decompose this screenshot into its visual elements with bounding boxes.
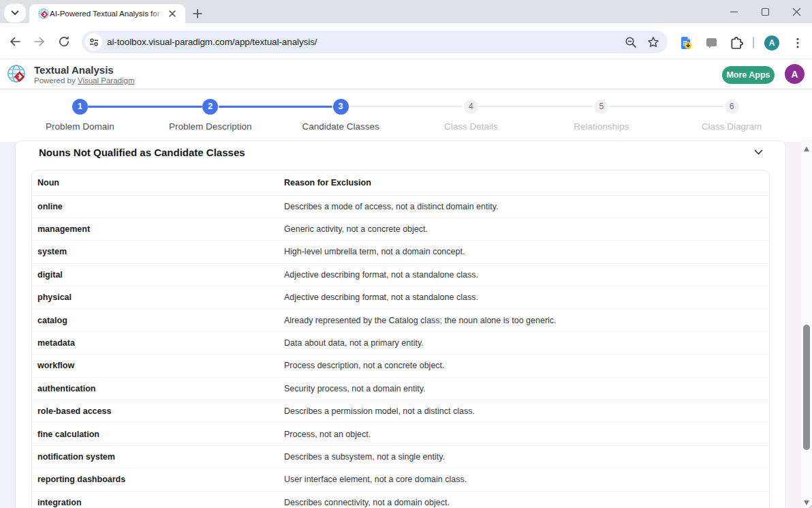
forward-button[interactable] [33,35,46,48]
table-row: digitalAdjective describing format, not … [32,263,769,286]
comment-extension-button[interactable] [704,35,719,50]
site-info-button[interactable] [85,33,102,50]
step-label-1: Problem Domain [5,121,155,132]
reload-button[interactable] [57,35,71,48]
reason-cell: Adjective describing format, not a stand… [279,286,769,309]
app-header: Textual Analysis Powered by Visual Parad… [0,60,812,89]
section-title: Nouns Not Qualified as Candidate Classes [39,147,245,158]
toolbar-divider [753,37,754,48]
reason-cell: Data about data, not a primary entity. [279,331,769,354]
url-text[interactable]: ai-toolbox.visual-paradigm.com/app/textu… [107,37,317,48]
collapse-chevron-icon[interactable] [754,149,763,155]
reason-cell: User interface element, not a core domai… [279,468,769,491]
step-connector [349,106,463,107]
column-header-noun: Noun [32,170,279,195]
more-apps-button[interactable]: More Apps [722,66,775,84]
tab-strip: AI-Powered Textual Analysis for [0,0,812,23]
table-row: authenticationSecurity process, not a do… [32,377,769,400]
minimize-icon [730,8,738,16]
noun-cell: system [32,241,279,263]
noun-cell: authentication [32,377,279,400]
tab-search-button[interactable] [4,3,26,23]
visual-paradigm-favicon-icon [38,8,49,19]
table-row: managementGeneric activity, not a concre… [32,218,769,240]
address-bar[interactable]: ai-toolbox.visual-paradigm.com/app/textu… [82,31,668,53]
reason-cell: Process description, not a concrete obje… [279,355,769,377]
chrome-profile-avatar[interactable]: A [764,35,779,50]
stepper: 1Problem Domain2Problem Description3Cand… [0,89,812,137]
user-avatar[interactable]: A [785,64,805,84]
step-circle-2[interactable]: 2 [202,99,218,115]
nouns-table: Noun Reason for Exclusion onlineDescribe… [32,170,769,508]
content-scrollbar[interactable] [801,137,812,508]
reading-extension-button[interactable] [678,35,693,50]
step-label-4: Class Details [396,121,546,132]
table-row: physicalAdjective describing format, not… [32,286,769,309]
reason-cell: Process, not an object. [279,423,769,445]
browser-toolbar: ai-toolbox.visual-paradigm.com/app/textu… [0,23,812,59]
noun-cell: digital [32,263,279,286]
reason-cell: Describes a permission model, not a dist… [279,400,769,423]
table-row: role-based accessDescribes a permission … [32,400,769,423]
reason-cell: Describes a subsystem, not a single enti… [279,445,769,468]
new-tab-button[interactable] [191,7,204,20]
window-minimize-button[interactable] [718,0,749,23]
step-connector [88,106,202,108]
browser-tab[interactable]: AI-Powered Textual Analysis for [29,4,185,23]
noun-cell: physical [32,286,279,309]
scrollbar-up-arrow-icon[interactable] [804,147,809,151]
close-icon [792,8,801,16]
reason-cell: Security process, not a domain entity. [279,377,769,400]
back-button[interactable] [8,35,22,48]
chevron-down-icon [11,10,19,16]
window-close-button[interactable] [781,0,812,23]
table-row: systemHigh-level umbrella term, not a do… [32,241,769,263]
bookmark-button[interactable] [646,35,659,48]
nouns-card: Nouns Not Qualified as Candidate Classes… [15,140,786,508]
window-maximize-button[interactable] [749,0,781,23]
bookmark-star-icon [647,36,659,48]
table-row: notification systemDescribes a subsystem… [32,445,769,468]
table-row: metadataData about data, not a primary e… [32,331,769,354]
visual-paradigm-link[interactable]: Visual Paradigm [78,76,135,85]
step-label-6: Class Diagram [657,121,807,132]
step-circle-3[interactable]: 3 [333,99,349,115]
step-circle-6[interactable]: 6 [725,100,739,114]
step-circle-5[interactable]: 5 [594,100,608,114]
app-title: Textual Analysis [34,65,114,76]
site-settings-tune-icon [89,38,99,47]
extensions-button[interactable] [729,35,744,50]
zoom-out-icon [625,36,637,48]
reason-cell: Describes connectivity, not a domain obj… [279,491,769,508]
zoom-button[interactable] [624,35,637,48]
table-header-row: Noun Reason for Exclusion [32,170,769,195]
reason-cell: Generic activity, not a concrete object. [279,218,769,240]
window-controls [718,0,812,23]
plus-icon [193,9,202,18]
browser-window: AI-Powered Textual Analysis for [0,0,812,508]
column-header-reason: Reason for Exclusion [279,170,769,195]
nouns-table-container: Noun Reason for Exclusion onlineDescribe… [31,170,770,508]
step-connector [610,106,723,107]
step-label-2: Problem Description [136,121,285,132]
visual-paradigm-logo-icon [7,65,27,84]
reading-extension-icon [679,36,693,50]
main-content: Nouns Not Qualified as Candidate Classes… [0,137,812,508]
table-row: fine calculationProcess, not an object. [32,423,769,445]
kebab-menu-icon [792,37,803,49]
tab-close-button[interactable] [168,9,177,18]
scrollbar-thumb[interactable] [803,325,810,450]
comment-bubble-icon [706,38,717,49]
step-label-5: Relationships [527,121,676,132]
table-row: integrationDescribes connectivity, not a… [32,491,769,508]
reason-cell: Already represented by the Catalog class… [279,309,769,331]
tab-title-fade [151,7,169,21]
noun-cell: management [32,218,279,240]
powered-by-prefix: Powered by [34,76,78,85]
step-circle-4[interactable]: 4 [464,100,478,114]
table-row: onlineDescribes a mode of access, not a … [32,195,769,218]
chrome-menu-button[interactable] [790,35,805,50]
extensions-puzzle-icon [730,36,743,50]
section-header[interactable]: Nouns Not Qualified as Candidate Classes [16,141,785,170]
step-circle-1[interactable]: 1 [72,99,88,115]
